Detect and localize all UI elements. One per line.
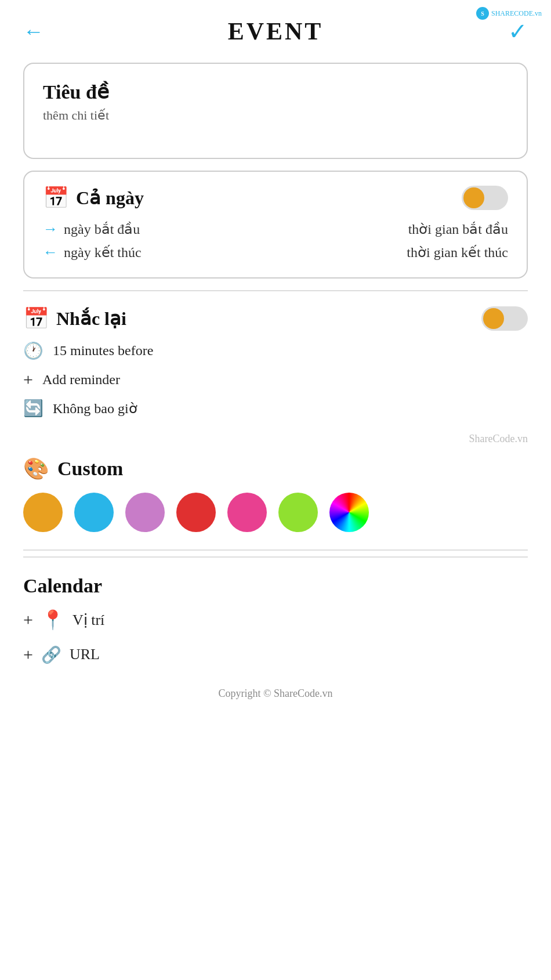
arrow-left-icon: ← xyxy=(43,244,58,261)
back-button[interactable]: ← xyxy=(23,19,44,44)
add-location-icon: + xyxy=(23,610,33,630)
add-url-icon: + xyxy=(23,645,33,664)
event-title[interactable]: Tiêu đề xyxy=(43,80,508,103)
all-day-toggle[interactable] xyxy=(462,186,508,210)
start-date-label: ngày bắt đầu xyxy=(64,221,140,237)
url-label: URL xyxy=(70,646,100,663)
watermark-center: ShareCode.vn xyxy=(0,433,551,445)
color-dot-rainbow[interactable] xyxy=(329,493,369,532)
page-header: ← EVENT ✓ xyxy=(0,0,551,51)
calendar-icon: 📅 xyxy=(43,186,69,210)
calendar-label: Calendar xyxy=(23,575,528,597)
divider-2 xyxy=(23,549,528,551)
url-row[interactable]: + 🔗 URL xyxy=(23,645,528,664)
color-dot-pink[interactable] xyxy=(227,493,267,532)
color-dot-green[interactable] xyxy=(278,493,318,532)
color-dot-blue[interactable] xyxy=(74,493,114,532)
clock-icon: 🕐 xyxy=(23,341,44,360)
start-time-label[interactable]: thời gian bắt đầu xyxy=(408,221,508,237)
end-date-label: ngày kết thúc xyxy=(64,244,142,261)
minutes-before-row[interactable]: 🕐 15 minutes before xyxy=(23,341,528,360)
end-date-row[interactable]: ← ngày kết thúc thời gian kết thúc xyxy=(43,244,508,261)
reminder-toggle-knob xyxy=(483,308,504,329)
reminder-toggle[interactable] xyxy=(481,306,528,331)
color-dot-yellow[interactable] xyxy=(23,493,63,532)
location-pin-icon: 📍 xyxy=(41,609,64,631)
end-time-label[interactable]: thời gian kết thúc xyxy=(407,244,508,261)
link-icon: 🔗 xyxy=(41,645,61,664)
arrow-right-icon: → xyxy=(43,220,58,238)
add-reminder-icon: + xyxy=(23,370,33,389)
calendar-section: Calendar + 📍 Vị trí + 🔗 URL xyxy=(0,563,551,670)
color-dot-red[interactable] xyxy=(176,493,216,532)
divider-1 xyxy=(23,290,528,291)
date-rows: → ngày bắt đầu thời gian bắt đầu ← ngày … xyxy=(43,220,508,261)
custom-header: 🎨 Custom xyxy=(23,457,528,481)
palette-icon: 🎨 xyxy=(23,457,49,481)
repeat-label: Không bao giờ xyxy=(53,400,137,417)
custom-section: 🎨 Custom xyxy=(0,451,551,544)
footer: Copyright © ShareCode.vn xyxy=(0,670,551,711)
reminder-section: 📅 Nhắc lại 🕐 15 minutes before + Add rem… xyxy=(0,297,551,433)
divider-3 xyxy=(23,556,528,558)
color-dot-purple[interactable] xyxy=(125,493,165,532)
all-day-label: Cả ngày xyxy=(76,187,144,209)
color-dots xyxy=(23,493,528,532)
location-label: Vị trí xyxy=(72,611,104,629)
page-title: EVENT xyxy=(228,17,324,45)
footer-text: Copyright © ShareCode.vn xyxy=(218,688,332,699)
minutes-before-label: 15 minutes before xyxy=(53,343,153,359)
add-reminder-label: Add reminder xyxy=(42,372,120,388)
location-row[interactable]: + 📍 Vị trí xyxy=(23,609,528,631)
confirm-button[interactable]: ✓ xyxy=(508,18,528,45)
toggle-knob xyxy=(463,187,484,208)
all-day-row: 📅 Cả ngày xyxy=(43,186,508,210)
event-subtitle[interactable]: thêm chi tiết xyxy=(43,108,508,123)
add-reminder-row[interactable]: + Add reminder xyxy=(23,370,528,389)
custom-label: Custom xyxy=(57,458,123,480)
repeat-row[interactable]: 🔄 Không bao giờ xyxy=(23,399,528,418)
repeat-icon: 🔄 xyxy=(23,399,44,418)
watermark-center-label: ShareCode.vn xyxy=(469,433,528,444)
title-card: Tiêu đề thêm chi tiết xyxy=(23,63,528,159)
start-date-row[interactable]: → ngày bắt đầu thời gian bắt đầu xyxy=(43,220,508,238)
reminder-header: 📅 Nhắc lại xyxy=(23,306,528,331)
date-card: 📅 Cả ngày → ngày bắt đầu thời gian bắt đ… xyxy=(23,171,528,279)
reminder-label: Nhắc lại xyxy=(56,308,126,330)
reminder-calendar-icon: 📅 xyxy=(23,306,49,331)
